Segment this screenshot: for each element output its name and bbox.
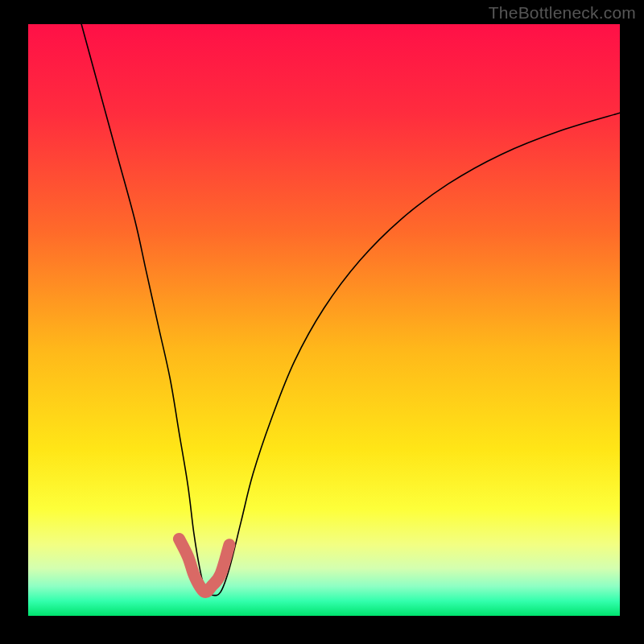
chart-frame: TheBottleneck.com <box>0 0 644 644</box>
watermark-text: TheBottleneck.com <box>489 3 636 23</box>
plot-area <box>28 24 620 616</box>
curve-layer <box>28 24 620 616</box>
bottleneck-curve <box>81 24 620 596</box>
highlight-segment <box>179 539 229 592</box>
